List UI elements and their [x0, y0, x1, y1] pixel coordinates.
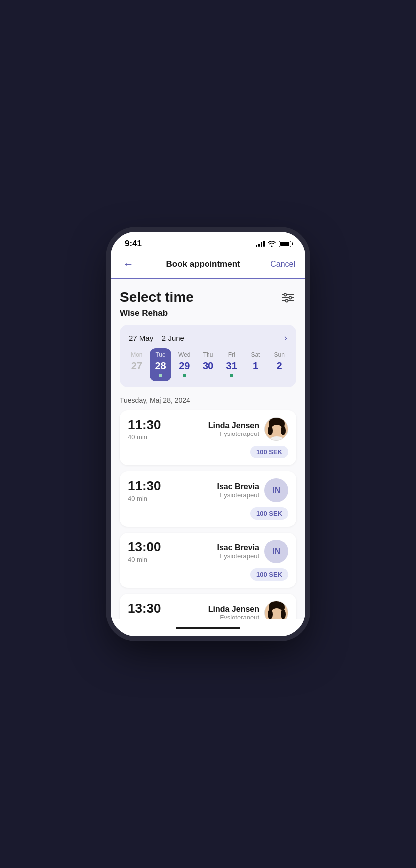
price-badge: 100 SEK [250, 446, 288, 458]
dot-placeholder [254, 374, 257, 377]
page-header: Select time [120, 289, 296, 306]
day-name: Thu [203, 351, 213, 358]
therapist-role: Fysioterapeut [220, 614, 259, 620]
day-name: Sat [251, 351, 260, 358]
day-name: Fri [228, 351, 235, 358]
day-cell-tue[interactable]: Tue28 [150, 348, 172, 381]
appointment-card-3[interactable]: 13:3040 minLinda JensenFysioterapeut 100… [120, 594, 296, 619]
day-name: Sun [274, 351, 284, 358]
avatar: IN [264, 540, 288, 563]
availability-dot [159, 374, 162, 377]
home-bar [176, 627, 240, 629]
appt-top: 11:3040 minLinda JensenFysioterapeut [128, 417, 288, 441]
therapist-right: Isac BreviaFysioterapeutIN [217, 540, 288, 563]
therapist-name: Linda Jensen [208, 421, 259, 430]
nav-bar: ← Book appointment Cancel [111, 252, 305, 279]
day-number: 29 [179, 360, 190, 372]
appt-footer: 100 SEK [128, 446, 288, 458]
appt-time: 13:30 [128, 601, 161, 616]
day-cell-fri[interactable]: Fri31 [221, 348, 243, 381]
week-range: 27 May – 2 June [129, 334, 184, 342]
day-number: 31 [226, 360, 237, 372]
week-header: 27 May – 2 June › [126, 331, 290, 348]
dot-placeholder [207, 374, 210, 377]
date-label: Tuesday, Maj 28, 2024 [120, 396, 296, 404]
day-cell-sat[interactable]: Sat1 [245, 348, 267, 381]
svg-point-9 [268, 426, 273, 435]
svg-point-16 [268, 609, 273, 619]
appt-time-block: 13:3040 min [128, 601, 161, 619]
svg-point-1 [284, 294, 287, 296]
appt-time: 11:30 [128, 417, 161, 433]
appt-time: 11:30 [128, 478, 161, 494]
therapist-right: Linda JensenFysioterapeut [208, 417, 288, 441]
days-row: Mon27Tue28Wed29Thu30Fri31Sat1Sun2 [126, 348, 290, 381]
therapist-right: Isac BreviaFysioterapeutIN [217, 478, 288, 502]
day-cell-mon[interactable]: Mon27 [126, 348, 148, 381]
therapist-info: Linda JensenFysioterapeut [208, 421, 259, 437]
therapist-name: Isac Brevia [217, 543, 259, 552]
status-icons [256, 241, 291, 247]
next-week-button[interactable]: › [284, 333, 287, 343]
nav-title: Book appointment [166, 259, 240, 269]
day-number: 2 [277, 360, 282, 372]
day-cell-wed[interactable]: Wed29 [173, 348, 195, 381]
calendar-card: 27 May – 2 June › Mon27Tue28Wed29Thu30Fr… [120, 325, 296, 387]
therapist-right: Linda JensenFysioterapeut [208, 601, 288, 619]
appt-time-block: 11:3040 min [128, 478, 161, 502]
signal-icon [256, 241, 265, 247]
avatar [264, 417, 288, 441]
day-name: Tue [155, 351, 165, 358]
day-number: 27 [131, 360, 142, 372]
therapist-name: Linda Jensen [208, 605, 259, 614]
therapist-name: Isac Brevia [217, 482, 259, 491]
day-cell-thu[interactable]: Thu30 [197, 348, 219, 381]
clinic-name: Wise Rehab [120, 308, 296, 318]
appointment-card-1[interactable]: 11:3040 minIsac BreviaFysioterapeutIN100… [120, 471, 296, 527]
therapist-info: Isac BreviaFysioterapeut [217, 543, 259, 560]
appt-time-block: 13:0040 min [128, 540, 161, 563]
filter-button[interactable] [279, 289, 296, 306]
svg-point-5 [286, 300, 288, 302]
availability-dot [183, 374, 186, 377]
therapist-info: Linda JensenFysioterapeut [208, 605, 259, 620]
day-cell-sun[interactable]: Sun2 [268, 348, 290, 381]
avatar: IN [264, 478, 288, 502]
day-number: 1 [253, 360, 258, 372]
home-indicator [111, 619, 305, 636]
appointment-card-0[interactable]: 11:3040 minLinda JensenFysioterapeut 100… [120, 410, 296, 465]
price-badge: 100 SEK [250, 568, 288, 581]
dot-placeholder [278, 374, 281, 377]
status-bar: 9:41 [111, 232, 305, 252]
main-content: Select time Wise Rehab 27 May – 2 June › [111, 279, 305, 619]
day-number: 30 [203, 360, 213, 372]
appointment-card-2[interactable]: 13:0040 minIsac BreviaFysioterapeutIN100… [120, 533, 296, 588]
appt-duration: 40 min [128, 434, 161, 441]
appt-footer: 100 SEK [128, 507, 288, 520]
appt-footer: 100 SEK [128, 568, 288, 581]
price-badge: 100 SEK [250, 507, 288, 520]
appt-top: 11:3040 minIsac BreviaFysioterapeutIN [128, 478, 288, 502]
availability-dot [230, 374, 233, 377]
appt-duration: 40 min [128, 556, 161, 563]
filter-icon [282, 293, 294, 303]
battery-icon [279, 241, 291, 247]
appt-time-block: 11:3040 min [128, 417, 161, 441]
svg-point-10 [281, 426, 286, 435]
appt-top: 13:3040 minLinda JensenFysioterapeut [128, 601, 288, 619]
therapist-role: Fysioterapeut [220, 491, 259, 499]
appointments-list: 11:3040 minLinda JensenFysioterapeut 100… [120, 410, 296, 619]
svg-point-3 [289, 297, 292, 299]
day-number: 28 [155, 360, 166, 372]
status-time: 9:41 [125, 239, 142, 249]
cancel-button[interactable]: Cancel [270, 260, 295, 269]
therapist-role: Fysioterapeut [220, 430, 259, 437]
avatar [264, 601, 288, 619]
appt-time: 13:00 [128, 540, 161, 555]
back-button[interactable]: ← [121, 256, 136, 273]
day-name: Wed [178, 351, 190, 358]
appt-duration: 40 min [128, 495, 161, 502]
day-name: Mon [131, 351, 142, 358]
therapist-role: Fysioterapeut [220, 552, 259, 560]
appt-top: 13:0040 minIsac BreviaFysioterapeutIN [128, 540, 288, 563]
